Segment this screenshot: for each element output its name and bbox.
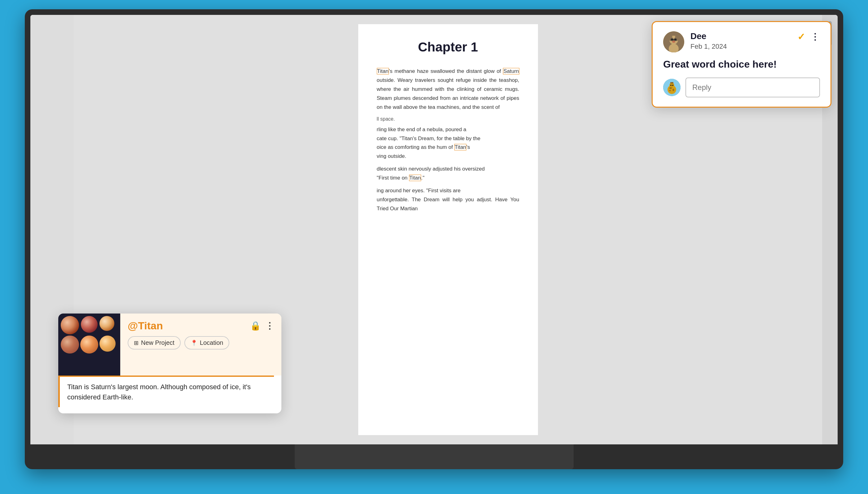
body-paragraph-2: ll space. [377,115,519,123]
body-paragraph-4: cate cup. "Titan's Dream, for the table … [377,134,519,143]
saturn-highlight: Saturn [503,68,519,74]
reply-avatar [663,79,680,96]
body-paragraph-10: unforgettable. The Dream will help you a… [377,195,519,213]
new-project-label: New Project [141,339,175,346]
new-project-tag[interactable]: ⊞ New Project [128,336,181,349]
svg-point-16 [669,90,671,91]
body-paragraph-5: oice as comforting as the hum of Titan's [377,143,519,152]
entity-name-row: @Titan 🔒 ⋮ [128,320,274,332]
entity-description: Titan is Saturn's largest moon. Although… [58,376,274,407]
planet-4 [61,336,79,354]
comment-actions: ✓ ⋮ [797,31,820,42]
svg-point-15 [672,89,674,91]
entity-tags: ⊞ New Project 📍 Location [128,336,274,349]
reply-input[interactable] [686,77,820,97]
entity-desc-text: Titan is Saturn's largest moon. Although… [67,382,267,402]
body-paragraph-1: Titan's methane haze swallowed the dista… [377,67,519,112]
entity-more-icon[interactable]: ⋮ [265,321,274,331]
planet-5 [80,336,98,354]
entity-popup: @Titan 🔒 ⋮ ⊞ New Project 📍 Locatio [58,314,281,413]
commenter-avatar [663,31,684,52]
titan-highlight-3: Titan [409,175,421,181]
entity-info: @Titan 🔒 ⋮ ⊞ New Project 📍 Locatio [120,314,281,376]
svg-point-19 [670,82,672,84]
comment-user-info: Dee Feb 1, 2024 [690,31,797,51]
dog-avatar-svg [663,31,684,52]
document-page: Chapter 1 Titan's methane haze swallowed… [358,24,538,435]
comment-username: Dee [690,31,797,41]
more-options-icon[interactable]: ⋮ [811,32,820,42]
body-paragraph-3: rling like the end of a nebula, poured a [377,125,519,134]
planet-2 [81,316,98,333]
entity-image [58,314,120,376]
body-paragraph-7: dlescent skin nervously adjusted his ove… [377,165,519,174]
document-body: Titan's methane haze swallowed the dista… [377,67,519,213]
planet-3 [99,316,114,331]
svg-point-21 [670,85,672,86]
comment-popup: Dee Feb 1, 2024 ✓ ⋮ Great word choice he… [652,21,831,108]
titan-highlight-1: Titan [377,68,389,74]
resolve-icon[interactable]: ✓ [797,31,805,42]
reply-section [663,77,820,97]
document-container: Chapter 1 Titan's methane haze swallowed… [74,15,822,444]
body-paragraph-9: ing around her eyes. "First visits are [377,186,519,195]
giraffe-avatar-svg [663,79,680,96]
comment-header: Dee Feb 1, 2024 ✓ ⋮ [663,31,820,52]
chapter-title: Chapter 1 [377,40,519,55]
entity-name: @Titan [128,320,246,332]
titan-highlight-2: Titan [454,144,467,150]
location-icon: 📍 [191,340,197,346]
entity-header: @Titan 🔒 ⋮ ⊞ New Project 📍 Locatio [58,314,281,376]
planet-6 [99,336,116,352]
lock-icon[interactable]: 🔒 [250,321,261,331]
monitor-screen: Chapter 1 Titan's methane haze swallowed… [31,15,837,444]
svg-point-22 [672,85,673,86]
location-label: Location [200,339,223,346]
planet-1 [61,316,79,334]
monitor-stand [295,444,574,469]
new-project-icon: ⊞ [134,340,139,346]
body-paragraph-6: ving outside. [377,152,519,161]
comment-date: Feb 1, 2024 [690,42,797,51]
location-tag[interactable]: 📍 Location [184,336,230,349]
svg-point-20 [672,82,673,84]
comment-text: Great word choice here! [663,59,820,70]
svg-point-23 [671,87,673,88]
body-paragraph-8: "First time on Titan." [377,174,519,183]
monitor-frame: Chapter 1 Titan's methane haze swallowed… [25,9,843,469]
